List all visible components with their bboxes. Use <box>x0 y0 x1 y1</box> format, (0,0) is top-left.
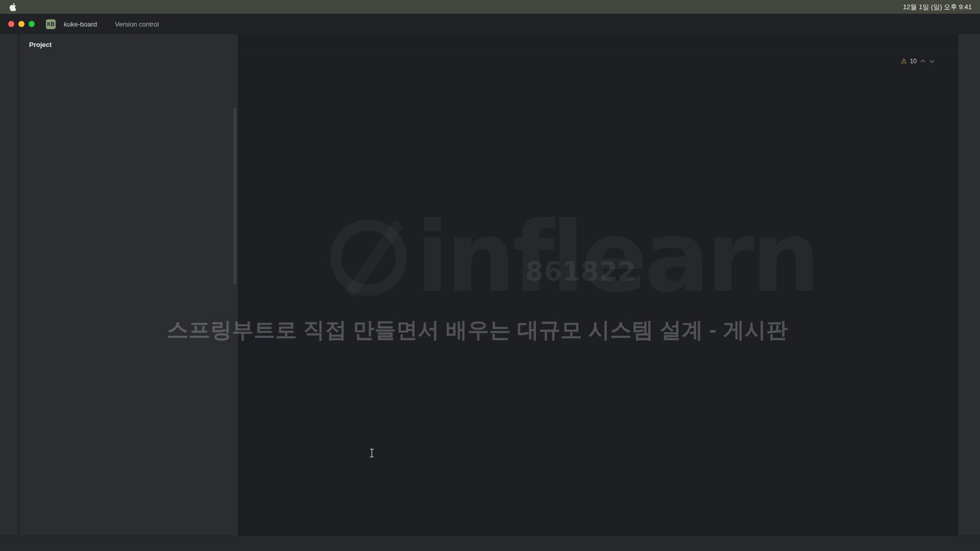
watermark-course-title: 스프링부트로 직접 만들면서 배우는 대규모 시스템 설계 - 게시판 <box>167 316 788 344</box>
next-warning-icon[interactable] <box>929 58 935 64</box>
editor-tab-bar <box>238 34 958 53</box>
prev-warning-icon[interactable] <box>920 58 926 64</box>
window-controls <box>8 21 39 27</box>
status-bar <box>0 536 980 551</box>
project-panel-header[interactable]: Project <box>19 34 238 55</box>
warning-count: 10 <box>910 58 917 65</box>
watermark-number: 861822 <box>525 256 636 287</box>
text-cursor-pointer <box>369 448 375 460</box>
inflearn-logo-mark <box>330 219 407 296</box>
code-viewport[interactable]: inflearn 861822 <box>238 53 958 536</box>
right-tool-window-bar <box>958 34 980 536</box>
macos-menubar: 12월 1일 (일) 오후 9:41 <box>0 0 980 14</box>
project-badge: KB <box>46 19 56 29</box>
project-widget-label: kuke-board <box>64 20 97 28</box>
minimize-window-button[interactable] <box>18 21 24 27</box>
vcs-widget[interactable]: Version control <box>111 18 165 30</box>
vcs-widget-label: Version control <box>115 20 159 28</box>
project-panel-title: Project <box>29 41 52 48</box>
zoom-window-button[interactable] <box>29 21 35 27</box>
menubar-status-area: 12월 1일 (일) 오후 9:41 <box>895 3 980 12</box>
menubar-clock[interactable]: 12월 1일 (일) 오후 9:41 <box>903 3 972 12</box>
close-window-button[interactable] <box>8 21 14 27</box>
editor-area: ⚠ 10 inflearn 861822 <box>238 34 958 536</box>
project-widget[interactable]: kuke-board <box>60 18 104 30</box>
warning-icon: ⚠ <box>901 57 907 65</box>
ide-window: KB kuke-board Version control Project ⚠ … <box>0 14 980 551</box>
left-tool-window-bar <box>0 34 19 536</box>
apple-icon[interactable] <box>9 3 16 11</box>
project-tool-window: Project <box>19 34 238 536</box>
ide-titlebar: KB kuke-board Version control <box>0 14 980 34</box>
project-tree-scrollbar[interactable] <box>233 108 236 284</box>
inspections-widget[interactable]: ⚠ 10 <box>901 57 935 65</box>
